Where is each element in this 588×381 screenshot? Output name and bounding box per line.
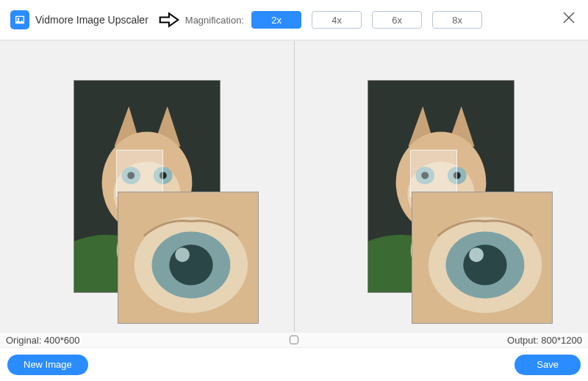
app-logo (10, 10, 29, 29)
svg-point-26 (469, 247, 484, 262)
link-checkbox[interactable] (290, 335, 298, 344)
arrow-right-icon (159, 11, 179, 29)
zoom-preview-output (412, 192, 553, 324)
footer: New Image Save (0, 348, 588, 381)
output-prefix: Output: (507, 335, 539, 346)
selection-box[interactable] (116, 150, 163, 197)
original-value: 400*600 (44, 335, 79, 346)
compare-area (0, 41, 588, 332)
size-labels: Original: 400*600 Output: 800*1200 (0, 332, 588, 348)
output-pane (295, 41, 589, 332)
svg-point-0 (18, 18, 20, 20)
svg-point-13 (169, 244, 212, 285)
magnification-option-4x[interactable]: 4x (312, 11, 362, 29)
magnification-label: Magnification: (185, 15, 244, 26)
zoom-preview-original (118, 192, 259, 324)
selection-box-output[interactable] (410, 150, 457, 197)
original-pane (0, 41, 295, 332)
magnification-option-2x[interactable]: 2x (251, 11, 301, 29)
save-button[interactable]: Save (514, 355, 581, 375)
original-image (74, 80, 220, 293)
header: Vidmore Image Upscaler Magnification: 2x… (0, 0, 588, 41)
new-image-button[interactable]: New Image (7, 355, 88, 375)
output-size-label: Output: 800*1200 (507, 335, 582, 346)
output-image (368, 80, 514, 293)
magnification-option-6x[interactable]: 6x (372, 11, 422, 29)
magnification-option-8x[interactable]: 8x (432, 11, 482, 29)
close-icon[interactable] (562, 10, 576, 25)
svg-point-14 (175, 247, 190, 262)
original-prefix: Original: (6, 335, 41, 346)
original-size-label: Original: 400*600 (6, 335, 80, 346)
app-title: Vidmore Image Upscaler (35, 14, 148, 26)
svg-point-25 (464, 244, 507, 285)
output-value: 800*1200 (541, 335, 582, 346)
